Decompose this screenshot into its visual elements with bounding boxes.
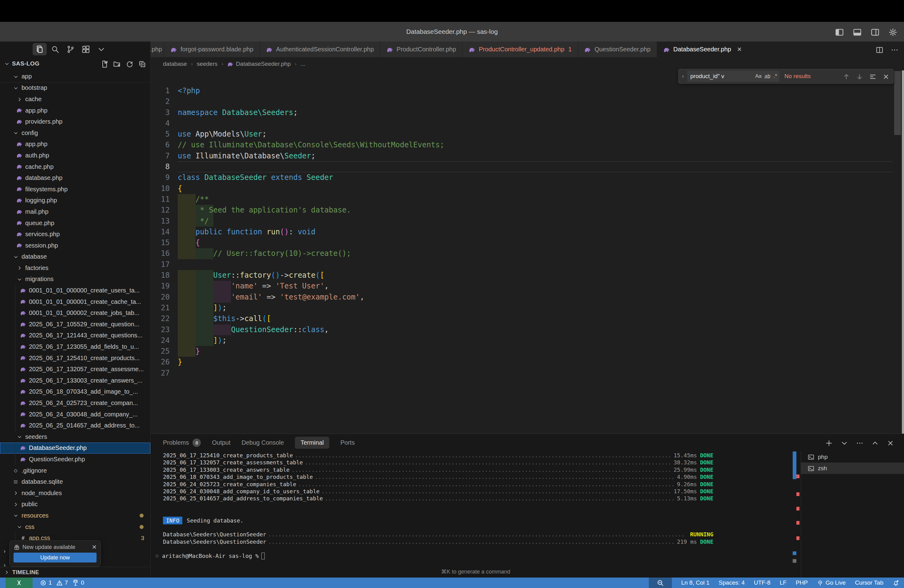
status-spaces-4[interactable]: Spaces: 4: [719, 579, 745, 586]
tree-item-migrations[interactable]: migrations: [0, 274, 150, 285]
tree-item-cache.php[interactable]: cache.php: [0, 161, 150, 172]
tree-item-factories[interactable]: factories: [0, 262, 150, 274]
tree-item-auth.php[interactable]: auth.php: [0, 150, 150, 161]
tree-item-node-modules[interactable]: node_modules: [0, 487, 150, 499]
explorer-icon[interactable]: [33, 43, 47, 55]
chevron-up-icon[interactable]: [871, 438, 879, 447]
tree-item-2025-06-17-132057-create-assessme...[interactable]: 2025_06_17_132057_create_assessme...: [0, 364, 150, 375]
tree-item-app[interactable]: app: [0, 71, 150, 82]
match-case-toggle[interactable]: Aa: [755, 73, 762, 79]
tree-item-session.php[interactable]: session.php: [0, 240, 150, 251]
tree-item-mail.php[interactable]: mail.php: [0, 206, 150, 217]
status-zoom[interactable]: [649, 577, 672, 588]
find-in-selection-icon[interactable]: [869, 72, 876, 81]
close-icon[interactable]: [882, 72, 890, 81]
tree-item-queue.php[interactable]: queue.php: [0, 217, 150, 229]
close-icon[interactable]: [887, 438, 894, 447]
tree-item-services.php[interactable]: services.php: [0, 229, 150, 240]
explorer-header[interactable]: SAS-LOG: [0, 57, 150, 70]
tree-item-0001-01-01-000001-create-cache-ta...[interactable]: 0001_01_01_000001_create_cache_ta...: [0, 296, 150, 308]
whole-word-toggle[interactable]: ab: [765, 73, 771, 79]
panel-tab-output[interactable]: Output: [212, 439, 230, 446]
status-utf-8[interactable]: UTF-8: [754, 579, 771, 586]
layout-sidebar-left-icon[interactable]: [835, 27, 844, 36]
tree-item-filesystems.php[interactable]: filesystems.php: [0, 183, 150, 195]
terminal-item-php[interactable]: php: [801, 451, 904, 463]
plus-icon[interactable]: [825, 438, 833, 447]
panel-tab-terminal[interactable]: Terminal: [295, 437, 329, 449]
tree-item-0001-01-01-000000-create-users-ta...[interactable]: 0001_01_01_000000_create_users_ta...: [0, 285, 150, 296]
update-now-button[interactable]: Update now: [14, 553, 96, 563]
tree-item-database.sqlite[interactable]: database.sqlite: [0, 476, 150, 487]
timeline-section[interactable]: TIMELINE: [0, 567, 150, 577]
terminal-output[interactable]: 2025_06_17_125410_create_products_table.…: [163, 452, 713, 560]
tree-item-questionseeder.php[interactable]: QuestionSeeder.php: [0, 454, 150, 465]
settings-gear-icon[interactable]: [889, 27, 897, 36]
chevron-down-icon[interactable]: [94, 43, 108, 55]
tree-item-resources[interactable]: resources: [0, 510, 150, 521]
tree-item-config[interactable]: config: [0, 127, 150, 139]
regex-toggle[interactable]: .*: [774, 73, 777, 79]
tab-productcontroller.php[interactable]: ProductController.php: [380, 41, 463, 57]
editor-scrollbar[interactable]: [894, 71, 901, 135]
breadcrumb-item[interactable]: seeders: [197, 60, 218, 67]
tree-item-app.php[interactable]: app.php: [0, 139, 150, 150]
collapse-all-icon[interactable]: [138, 59, 146, 68]
search-icon[interactable]: [48, 43, 62, 55]
close-icon[interactable]: ✕: [92, 544, 97, 551]
tree-item-cache[interactable]: cache: [0, 93, 150, 105]
tree-item-2025-06-18-070343-add-image-to-...[interactable]: 2025_06_18_070343_add_image_to_...: [0, 386, 150, 398]
tab-questionseeder.php[interactable]: QuestionSeeder.php: [578, 41, 657, 57]
tab-authenticatedsessioncontroller.php[interactable]: AuthenticatedSessionController.php: [260, 41, 380, 57]
tree-item-bootstrap[interactable]: bootstrap: [0, 82, 150, 94]
refresh-icon[interactable]: [126, 59, 133, 68]
tree-item-2025-06-17-123055-add-fields-to-u...[interactable]: 2025_06_17_123055_add_fields_to_u...: [0, 341, 150, 352]
new-folder-icon[interactable]: [113, 59, 121, 68]
tree-item-2025-06-24-030048-add-company-...[interactable]: 2025_06_24_030048_add_company_...: [0, 409, 150, 420]
previous-match-icon[interactable]: [843, 72, 850, 81]
breadcrumb-item[interactable]: DatabaseSeeder.php: [227, 60, 291, 67]
status-go-live[interactable]: Go Live: [817, 579, 846, 586]
status-warning[interactable]: 7: [56, 579, 68, 586]
terminal-prompt[interactable]: ○aritach@MacBook-Air sas-log %: [163, 552, 713, 560]
tree-item-public[interactable]: public: [0, 499, 150, 510]
code-editor[interactable]: 1<?php23namespace Database\Seeders;45use…: [151, 70, 904, 434]
tree-item-2025-06-24-025723-create-compan...[interactable]: 2025_06_24_025723_create_compan...: [0, 397, 150, 409]
tree-item-database[interactable]: database: [0, 251, 150, 262]
tab-forgot-password.blade.php[interactable]: forgot-password.blade.php: [164, 41, 260, 57]
next-match-icon[interactable]: [856, 72, 863, 81]
tree-item-seeders[interactable]: seeders: [0, 431, 150, 443]
terminal-scrollbar[interactable]: [793, 452, 797, 479]
breadcrumb-item[interactable]: ...: [300, 60, 305, 67]
tab-b.php[interactable]: b.php: [151, 41, 164, 57]
tree-item-logging.php[interactable]: logging.php: [0, 195, 150, 206]
panel-tab-debug-console[interactable]: Debug Console: [242, 439, 284, 446]
new-file-icon[interactable]: [101, 59, 108, 68]
tree-item-app.php[interactable]: app.php: [0, 105, 150, 116]
chevron-down-icon[interactable]: [841, 438, 848, 447]
layout-panel-icon[interactable]: [853, 27, 861, 36]
tree-item-2025-06-25-014657-add-address-to...[interactable]: 2025_06_25_014657_add_address_to...: [0, 420, 150, 431]
tree-item-database.php[interactable]: database.php: [0, 172, 150, 183]
tree-item-0001-01-01-000002-create-jobs-tab...[interactable]: 0001_01_01_000002_create_jobs_tab...: [0, 307, 150, 319]
terminal-item-zsh[interactable]: zsh: [801, 463, 904, 474]
status-lf[interactable]: LF: [780, 579, 787, 586]
extensions-icon[interactable]: [79, 43, 93, 55]
tree-item-2025-06-17-121443-create-questions...[interactable]: 2025_06_17_121443_create_questions...: [0, 330, 150, 341]
kebab-icon[interactable]: [856, 438, 863, 447]
status-tower[interactable]: 0: [72, 579, 84, 586]
status-cursor-tab[interactable]: Cursor Tab: [855, 579, 883, 586]
split-editor-icon[interactable]: [876, 45, 883, 54]
close-icon[interactable]: ✕: [737, 46, 742, 53]
panel-tab-ports[interactable]: Ports: [340, 439, 355, 446]
collapsed-section-chevron-icon[interactable]: ›: [4, 548, 6, 555]
status-bell[interactable]: [893, 580, 899, 586]
panel-tab-problems[interactable]: Problems8: [163, 439, 201, 447]
layout-sidebar-right-icon[interactable]: [871, 27, 879, 36]
status-error[interactable]: 1: [40, 579, 52, 586]
tree-item-2025-06-17-133003-create-answers-...[interactable]: 2025_06_17_133003_create_answers_...: [0, 375, 150, 386]
source-control-icon[interactable]: [63, 43, 77, 55]
tree-item-databaseseeder.php[interactable]: DatabaseSeeder.php: [0, 443, 150, 454]
tree-item-2025-06-17-105529-create-question...[interactable]: 2025_06_17_105529_create_question...: [0, 319, 150, 330]
remote-indicator[interactable]: [6, 577, 33, 588]
